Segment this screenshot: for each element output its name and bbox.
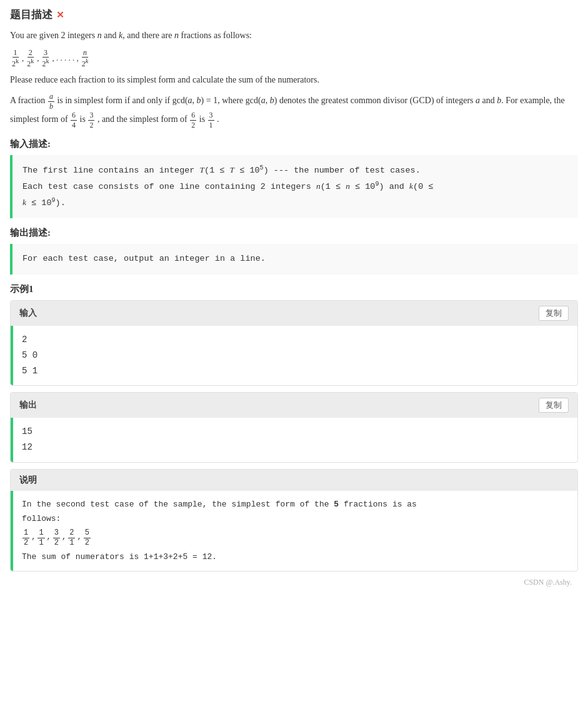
problem-title-section: 题目描述 ✕ xyxy=(10,8,578,22)
output-line: For each test case, output an integer in… xyxy=(22,254,266,263)
note-frac-1: 1 2 xyxy=(22,528,29,547)
input-box-content: 2 5 0 5 1 xyxy=(11,326,577,386)
input-line1: The first line contains an integer T(1 ≤… xyxy=(22,166,421,175)
fraction-definition: A fraction a b is in simplest form if an… xyxy=(10,92,578,129)
input-line2: Each test case consists of one line cont… xyxy=(22,182,433,191)
input-line3: k ≤ 109). xyxy=(22,198,66,208)
fraction-1: 1 2k xyxy=(11,48,20,69)
input-copy-button[interactable]: 复制 xyxy=(539,306,569,321)
note-line2: follows: xyxy=(22,512,569,526)
output-box: 输出 复制 15 12 xyxy=(10,392,578,462)
note-content: In the second test case of the sample, t… xyxy=(11,491,577,571)
page-container: 题目描述 ✕ You are given 2 integers n and k,… xyxy=(0,0,588,600)
fraction-3: 3 2k xyxy=(41,48,51,69)
note-section: 说明 In the second test case of the sample… xyxy=(10,469,578,572)
output-content: For each test case, output an integer in… xyxy=(10,244,578,274)
simplify-instruction: Please reduce each fraction to its simpl… xyxy=(10,73,578,88)
output-label: 输出描述: xyxy=(10,227,578,239)
fractions-display: 1 2k , 2 2k , 3 2k , . . . . . , n 2k xyxy=(10,48,578,69)
note-fractions-display: 1 2 , 1 1 , 3 2 , 2 1 , xyxy=(22,528,569,547)
csdn-watermark: CSDN @.Ashy. xyxy=(10,578,578,587)
output-copy-button[interactable]: 复制 xyxy=(539,398,569,413)
note-frac-3: 3 2 xyxy=(53,528,60,547)
output-box-label: 输出 xyxy=(19,400,37,411)
note-frac-2: 1 1 xyxy=(37,528,44,547)
fraction-2: 2 2k xyxy=(26,48,35,69)
problem-title: 题目描述 xyxy=(10,8,52,22)
note-frac-4: 2 1 xyxy=(68,528,75,547)
intro-text: You are given 2 integers n and k, and th… xyxy=(10,31,252,40)
input-label: 输入描述: xyxy=(10,138,578,150)
input-box-label: 输入 xyxy=(19,308,37,319)
input-line-3: 5 1 xyxy=(22,363,569,379)
output-box-header: 输出 复制 xyxy=(11,393,577,418)
close-icon[interactable]: ✕ xyxy=(56,9,64,21)
fraction-n: n 2k xyxy=(81,48,89,69)
input-content: The first line contains an integer T(1 ≤… xyxy=(10,155,578,218)
input-box-header: 输入 复制 xyxy=(11,301,577,326)
input-line-2: 5 0 xyxy=(22,348,569,363)
note-frac-5: 5 2 xyxy=(84,528,91,547)
note-line1: In the second test case of the sample, t… xyxy=(22,497,569,512)
output-line-1: 15 xyxy=(22,424,569,440)
problem-intro: You are given 2 integers n and k, and th… xyxy=(10,28,578,43)
input-line-1: 2 xyxy=(22,332,569,348)
note-header: 说明 xyxy=(11,470,577,491)
note-sum-line: The sum of numerators is 1+1+3+2+5 = 12. xyxy=(22,550,569,564)
output-box-content: 15 12 xyxy=(11,418,577,461)
input-box: 输入 复制 2 5 0 5 1 xyxy=(10,300,578,386)
example-title: 示例1 xyxy=(10,283,578,295)
output-line-2: 12 xyxy=(22,440,569,455)
